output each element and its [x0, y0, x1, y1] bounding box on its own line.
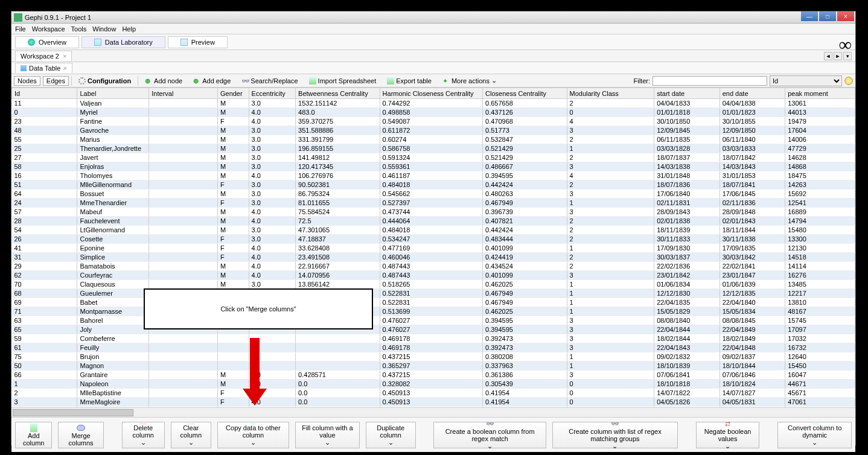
table-cell[interactable]: 4.0: [249, 108, 295, 117]
table-cell[interactable]: Fauchelevent: [77, 217, 149, 226]
table-cell[interactable]: 18/07/1842: [720, 153, 785, 162]
table-cell[interactable]: 44013: [785, 108, 855, 117]
table-cell[interactable]: 15480: [785, 226, 855, 235]
table-cell[interactable]: 0.527397: [380, 199, 482, 208]
table-cell[interactable]: 0: [567, 380, 654, 389]
tab-data-laboratory[interactable]: Data Laboratory: [81, 36, 165, 48]
table-cell[interactable]: 0.460046: [380, 253, 482, 262]
table-cell[interactable]: 0.337963: [483, 361, 567, 371]
table-cell[interactable]: 0: [567, 398, 654, 407]
table-row[interactable]: 75Brujon0.4372150.380208109/02/183209/02…: [12, 352, 855, 361]
table-cell[interactable]: 27: [12, 153, 77, 162]
table-cell[interactable]: 0.657658: [483, 99, 567, 108]
table-cell[interactable]: Thenardier,Jondrette: [77, 144, 149, 153]
table-cell[interactable]: F: [217, 253, 249, 262]
table-cell[interactable]: 16889: [785, 208, 855, 217]
table-cell[interactable]: [149, 126, 218, 135]
table-cell[interactable]: 22/04/1840: [720, 298, 785, 307]
table-cell[interactable]: Tholomyes: [77, 171, 149, 180]
merge-columns-button[interactable]: Merge columns: [58, 422, 103, 448]
table-row[interactable]: 31SimpliceF4.023.4915080.4600460.4244192…: [12, 253, 855, 262]
table-cell[interactable]: 14628: [785, 153, 855, 162]
data-table-close-icon[interactable]: ×: [63, 65, 66, 72]
table-cell[interactable]: Fantine: [77, 117, 149, 126]
table-cell[interactable]: [149, 226, 218, 235]
table-cell[interactable]: 0.462025: [483, 280, 567, 289]
table-cell[interactable]: 4.0: [249, 271, 295, 280]
table-cell[interactable]: 16732: [785, 343, 855, 352]
table-cell[interactable]: Claquesous: [77, 280, 149, 289]
copy-column-button[interactable]: Copy data to other column⌄: [217, 422, 289, 448]
table-cell[interactable]: 25: [12, 144, 77, 153]
table-cell[interactable]: 01/01/1818: [654, 108, 720, 117]
table-cell[interactable]: 0.41954: [483, 398, 567, 407]
table-row[interactable]: 65Joly0.4760270.394595322/04/184422/04/1…: [12, 325, 855, 334]
table-cell[interactable]: 0.477169: [380, 244, 482, 253]
table-cell[interactable]: 01/06/1839: [720, 280, 785, 289]
table-row[interactable]: 54LtGillenormandM3.047.3010650.4840180.4…: [12, 226, 855, 235]
table-cell[interactable]: 0.437215: [380, 371, 482, 380]
table-cell[interactable]: 0.437215: [380, 352, 482, 361]
table-cell[interactable]: M: [217, 126, 249, 135]
table-cell[interactable]: 75: [12, 352, 77, 361]
table-cell[interactable]: 3.0: [249, 135, 295, 144]
table-cell[interactable]: 31/01/1853: [720, 171, 785, 180]
table-cell[interactable]: 31: [12, 253, 77, 262]
table-cell[interactable]: 0: [12, 108, 77, 117]
table-cell[interactable]: F: [217, 180, 249, 189]
table-cell[interactable]: 23/01/1847: [720, 271, 785, 280]
table-cell[interactable]: 4.0: [249, 117, 295, 126]
table-cell[interactable]: 17/06/1840: [654, 189, 720, 199]
table-cell[interactable]: 2: [567, 253, 654, 262]
table-cell[interactable]: 57: [12, 208, 77, 217]
menu-window[interactable]: Window: [92, 25, 116, 33]
table-cell[interactable]: Bossuet: [77, 189, 149, 199]
table-cell[interactable]: 30/03/1837: [654, 253, 720, 262]
table-cell[interactable]: 29: [12, 262, 77, 271]
table-cell[interactable]: [149, 271, 218, 280]
table-cell[interactable]: [149, 180, 218, 189]
table-cell[interactable]: M: [217, 144, 249, 153]
table-cell[interactable]: Simplice: [77, 253, 149, 262]
table-cell[interactable]: 3: [567, 208, 654, 217]
table-cell[interactable]: 3.0: [249, 226, 295, 235]
table-cell[interactable]: 90.502381: [296, 180, 380, 189]
table-cell[interactable]: 86.795324: [296, 189, 380, 199]
table-cell[interactable]: 18/07/1841: [720, 180, 785, 189]
table-cell[interactable]: [149, 153, 218, 162]
table-cell[interactable]: M: [217, 108, 249, 117]
table-cell[interactable]: M: [217, 262, 249, 271]
table-cell[interactable]: [149, 144, 218, 153]
table-row[interactable]: 70ClaquesousM3.013.8561420.5182650.46202…: [12, 280, 855, 289]
table-cell[interactable]: Courfeyrac: [77, 271, 149, 280]
table-row[interactable]: 58EnjolrasM3.0120.4173450.5593610.486667…: [12, 162, 855, 171]
table-cell[interactable]: [149, 380, 218, 389]
column-header[interactable]: Id: [12, 88, 77, 99]
table-cell[interactable]: M: [217, 171, 249, 180]
workspace-next-button[interactable]: ►: [834, 52, 842, 60]
table-cell[interactable]: 18/02/1849: [720, 334, 785, 343]
table-cell[interactable]: 09/02/1837: [720, 352, 785, 361]
delete-column-button[interactable]: Delete column⌄: [122, 422, 165, 448]
column-header[interactable]: peak moment: [785, 88, 855, 99]
table-cell[interactable]: 3: [12, 398, 77, 407]
table-cell[interactable]: 4.0: [249, 262, 295, 271]
table-cell[interactable]: 0.476027: [380, 316, 482, 325]
table-cell[interactable]: 0.392473: [483, 334, 567, 343]
lightbulb-icon[interactable]: [844, 77, 853, 85]
table-cell[interactable]: 13.856142: [296, 280, 380, 289]
table-cell[interactable]: 331.391799: [296, 135, 380, 144]
export-table-button[interactable]: Export table: [383, 75, 436, 86]
table-cell[interactable]: 0.462025: [483, 307, 567, 316]
table-cell[interactable]: 3.0: [249, 153, 295, 162]
add-edge-button[interactable]: ⊕ Add edge: [189, 75, 235, 86]
table-cell[interactable]: 0.305439: [483, 380, 567, 389]
table-cell[interactable]: 0.442424: [483, 180, 567, 189]
table-cell[interactable]: 16047: [785, 371, 855, 380]
table-cell[interactable]: 3.0: [249, 199, 295, 208]
table-cell[interactable]: 68: [12, 289, 77, 298]
table-row[interactable]: 48GavrocheM3.0351.5888860.6118720.517733…: [12, 126, 855, 135]
table-cell[interactable]: 69: [12, 298, 77, 307]
table-cell[interactable]: 30/11/1838: [720, 235, 785, 244]
table-cell[interactable]: M: [217, 217, 249, 226]
